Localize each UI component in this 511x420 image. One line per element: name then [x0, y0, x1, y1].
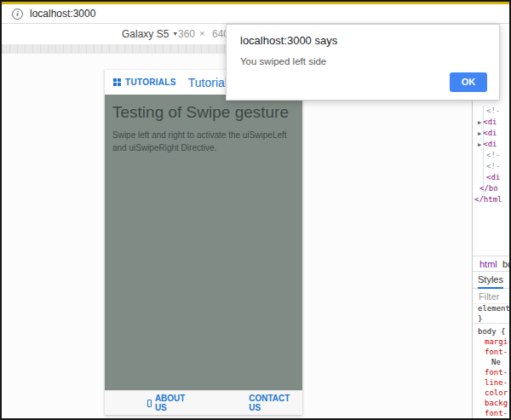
contact-us-label: CONTACT US	[249, 394, 302, 412]
frame-border-top	[0, 0, 511, 2]
css-property[interactable]: font-	[473, 347, 509, 357]
styles-filter-input[interactable]: Filter	[479, 291, 499, 302]
about-us-label: ABOUT US	[155, 394, 198, 412]
dom-tree-node[interactable]: <!-	[473, 161, 509, 172]
styles-section-divider	[473, 323, 509, 324]
dom-tree-node[interactable]: ▶<di	[473, 128, 509, 139]
dom-tree-node[interactable]: <di	[473, 172, 509, 183]
css-property[interactable]: font-	[473, 408, 509, 418]
dom-breadcrumb: html bo	[473, 256, 509, 272]
phone-icon	[147, 400, 152, 407]
body-rule-selector[interactable]: body {	[473, 326, 509, 337]
dimension-separator: ×	[199, 28, 204, 38]
dom-tree-node[interactable]: </html	[473, 194, 509, 205]
dom-tree-node[interactable]: <!-	[473, 106, 509, 117]
dom-tree-node[interactable]: ▶<di	[473, 117, 509, 128]
breadcrumb-html[interactable]: html	[479, 259, 497, 269]
css-property[interactable]: font-	[473, 367, 509, 377]
emulation-viewport: TUTORIALS TutorialsPoint Testing of Swip…	[2, 54, 472, 418]
css-property[interactable]: backg	[473, 398, 509, 408]
ok-button[interactable]: OK	[450, 72, 487, 92]
css-property[interactable]: line-	[473, 377, 509, 388]
alert-title: localhost:3000 says	[240, 34, 337, 47]
page-footer: ABOUT US CONTACT US	[105, 390, 302, 415]
breadcrumb-body[interactable]: bo	[502, 259, 509, 269]
dom-tree-node[interactable]: ▶<di	[473, 139, 509, 150]
window-accent-line	[2, 2, 509, 4]
emulated-page: TUTORIALS TutorialsPoint Testing of Swip…	[105, 70, 302, 415]
expand-arrow-icon[interactable]: ▶	[478, 119, 481, 126]
viewport-width-field[interactable]: 360	[178, 28, 195, 40]
url-text[interactable]: localhost:3000	[30, 8, 95, 20]
tab-styles[interactable]: Styles	[478, 274, 503, 289]
css-property[interactable]: margi	[473, 337, 509, 347]
element-style-selector[interactable]: element.	[473, 303, 509, 314]
alert-message: You swiped left side	[240, 56, 326, 66]
expand-arrow-icon[interactable]: ▶	[478, 141, 481, 148]
nav-tutorials-link[interactable]: TUTORIALS	[125, 78, 176, 87]
page-title: Testing of Swipe gesture	[112, 103, 295, 122]
address-bar[interactable]: i localhost:3000	[2, 4, 509, 24]
page-description: Swipe left and right to activate the uiS…	[112, 129, 287, 154]
frame-border-left	[0, 0, 2, 420]
alert-dialog: localhost:3000 says You swiped left side…	[226, 24, 500, 101]
dom-tree-node[interactable]: <!-	[473, 150, 509, 161]
expand-arrow-icon[interactable]: ▶	[478, 130, 481, 137]
browser-window: i localhost:3000 Galaxy S5▼ 360 × 640 TU…	[0, 0, 511, 420]
device-select[interactable]: Galaxy S5▼	[122, 28, 178, 40]
css-value[interactable]: Ne	[473, 357, 509, 367]
dom-tree-node[interactable]: </bo	[473, 183, 509, 194]
grid-menu-icon[interactable]	[113, 78, 121, 86]
contact-us-link[interactable]: CONTACT US	[249, 394, 302, 412]
about-us-link[interactable]: ABOUT US	[147, 394, 198, 412]
css-property[interactable]: color	[473, 388, 509, 398]
swipe-gesture-area[interactable]: Testing of Swipe gesture Swipe left and …	[105, 95, 302, 390]
styles-tabbar: Styles	[473, 272, 509, 289]
styles-filter-row: Filter	[473, 290, 509, 304]
page-info-icon[interactable]: i	[12, 9, 23, 20]
